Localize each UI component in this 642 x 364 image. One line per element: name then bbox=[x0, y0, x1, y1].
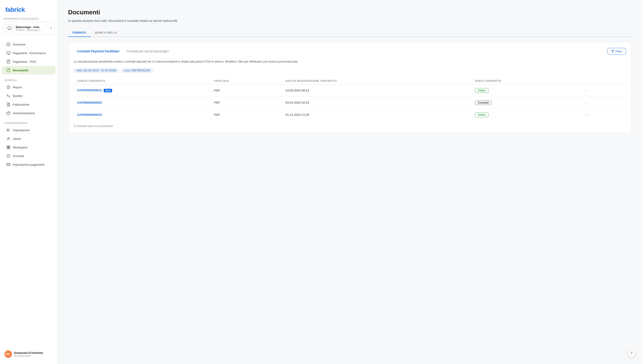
filter-tag-piva[interactable]: p.iva: 098765432100 bbox=[121, 68, 153, 73]
sidebar-item-pagamenti-ecommerce[interactable]: Pagamenti - Ecommerce bbox=[2, 49, 56, 57]
cell-codice: AXFR0000000012New bbox=[74, 84, 210, 96]
tab-fabrick[interactable]: FABRICK bbox=[68, 29, 91, 37]
col-stato: STATO CONTRATTO bbox=[472, 77, 580, 84]
svg-rect-18 bbox=[9, 148, 10, 149]
user-name: Emanuela D'Antonini bbox=[14, 351, 53, 354]
bonifici-icon bbox=[6, 94, 11, 98]
sidebar-item-overview[interactable]: Overview bbox=[2, 40, 56, 48]
svg-rect-9 bbox=[7, 112, 10, 115]
sidebar: fabrick WORKSPACE SELEZIONATO Balenciaga… bbox=[0, 0, 58, 364]
sidebar-item-amministrazione[interactable]: Amministrazione bbox=[2, 109, 56, 117]
help-button[interactable]: ? bbox=[627, 350, 635, 357]
more-actions-button[interactable]: ··· bbox=[583, 100, 590, 106]
cell-tipologia: PSP bbox=[210, 109, 282, 121]
logo-container: fabrick bbox=[0, 0, 57, 18]
contract-link[interactable]: AXFR0000000033 bbox=[77, 113, 102, 116]
svg-point-14 bbox=[8, 138, 9, 139]
sidebar-item-utenti[interactable]: Utenti bbox=[2, 134, 56, 143]
cell-codice: AXFR0000000033 bbox=[74, 109, 210, 121]
svg-point-13 bbox=[7, 130, 8, 130]
sidebar-item-label: Pagamenti - POS bbox=[13, 60, 36, 64]
sidebar-item-label: Impostazioni bbox=[13, 128, 30, 132]
workspace-icon bbox=[6, 24, 14, 32]
sidebar-item-label: Overview bbox=[13, 43, 25, 46]
cell-actions: ··· bbox=[580, 109, 626, 121]
svg-rect-17 bbox=[7, 148, 8, 149]
sidebar-item-controlli[interactable]: Controlli bbox=[2, 152, 56, 160]
status-badge: Attivo bbox=[475, 88, 489, 93]
cell-stato: Attivo bbox=[472, 84, 580, 96]
sidebar-item-workspace[interactable]: Workspace bbox=[2, 143, 56, 152]
user-role: Amministratore bbox=[14, 354, 53, 357]
sidebar-item-label: Report bbox=[13, 86, 22, 89]
col-data: DATA DI REGISTRAZIONE CONTRATTO bbox=[282, 77, 472, 84]
generali-section-label: GENERALI bbox=[0, 76, 57, 83]
filter-button[interactable]: Filtra bbox=[607, 48, 626, 55]
table-row: AXFR0000000020PSP03-01-2024 16:15Cessato… bbox=[74, 96, 626, 109]
overview-icon bbox=[6, 42, 11, 46]
description-text: La visualizzazione predefinita mostra i … bbox=[74, 59, 626, 64]
subtabs-left: Contratti Payment Facilitator Contratti … bbox=[74, 48, 172, 55]
subtabs-bar: Contratti Payment Facilitator Contratti … bbox=[74, 48, 626, 55]
sidebar-item-label: Controlli bbox=[13, 154, 24, 158]
tabs-bar: FABRICK BANCA SELLA bbox=[68, 29, 631, 37]
filter-icon bbox=[611, 50, 614, 53]
contract-link[interactable]: AXFR0000000020 bbox=[77, 101, 102, 104]
sidebar-item-label: Impostazioni pagamenti bbox=[13, 163, 45, 166]
filter-tags: data: [01-04-2023 - 01-04-2024] p.iva: 0… bbox=[74, 68, 626, 73]
cell-data: 03-01-2024 16:15 bbox=[282, 96, 472, 109]
user-info: Emanuela D'Antonini Amministratore bbox=[14, 351, 53, 357]
sidebar-item-report[interactable]: Report bbox=[2, 83, 56, 92]
documenti-icon bbox=[6, 68, 11, 72]
col-tipologia: TIPOLOGIA bbox=[210, 77, 282, 84]
filter-tag-data[interactable]: data: [01-04-2023 - 01-04-2024] bbox=[74, 68, 119, 73]
brand-logo: fabrick bbox=[5, 6, 25, 13]
subtab-contratti-servizi[interactable]: Contratti per servizi tecnologici bbox=[123, 48, 172, 55]
nav-main: Overview Pagamenti - Ecommerce Pagamenti… bbox=[0, 40, 57, 75]
table-row: AXFR0000000033PSP01-11-2023 11:35Attivo·… bbox=[74, 109, 626, 121]
badge-new: New bbox=[104, 89, 112, 92]
workspace-section-label: WORKSPACE SELEZIONATO bbox=[0, 18, 57, 22]
sidebar-item-impostazioni[interactable]: Impostazioni bbox=[2, 126, 56, 134]
content-card: Contratti Payment Facilitator Contratti … bbox=[68, 42, 631, 133]
cell-stato: Attivo bbox=[472, 109, 580, 121]
fatturazione-icon bbox=[6, 102, 11, 107]
sidebar-item-bonifici[interactable]: Bonifici bbox=[2, 92, 56, 100]
pos-icon bbox=[6, 60, 11, 64]
sidebar-item-label: Bonifici bbox=[13, 94, 23, 98]
sidebar-item-label: Amministrazione bbox=[13, 112, 35, 115]
cell-stato: Cessato bbox=[472, 96, 580, 109]
sidebar-item-label: Workspace bbox=[13, 146, 28, 149]
table-footer: 3 contratti nella tua Dashboard bbox=[74, 121, 626, 128]
more-actions-button[interactable]: ··· bbox=[583, 88, 590, 94]
svg-rect-3 bbox=[7, 60, 10, 64]
main-content: Documenti In questa sezione trovi tutti … bbox=[58, 0, 642, 364]
avatar-initials: ED bbox=[6, 352, 10, 356]
page-subtitle: In questa sezione trovi tutti i document… bbox=[68, 19, 631, 22]
sidebar-item-label: Pagamenti - Ecommerce bbox=[13, 52, 46, 55]
ecommerce-icon bbox=[6, 51, 11, 55]
contract-link[interactable]: AXFR0000000012 bbox=[77, 88, 102, 92]
utenti-icon bbox=[6, 136, 11, 141]
workspace-id: P00002 - balenciaga.c... bbox=[16, 29, 48, 31]
sidebar-item-label: Documenti bbox=[13, 69, 28, 72]
chevron-down-icon: ▾ bbox=[50, 27, 52, 30]
sidebar-item-impostazioni-pagamenti[interactable]: Impostazioni pagamenti bbox=[2, 160, 56, 169]
sidebar-item-documenti[interactable]: Documenti bbox=[2, 66, 56, 74]
impostazioni-icon bbox=[6, 128, 11, 132]
page-title: Documenti bbox=[68, 9, 631, 16]
workspace-nav-icon bbox=[6, 145, 11, 150]
sidebar-item-pagamenti-pos[interactable]: Pagamenti - POS bbox=[2, 58, 56, 66]
nav-configurazione: CONFIGURAZIONE Impostazioni Utenti Works… bbox=[0, 118, 57, 169]
col-codice: CODICE CONTRATTO bbox=[74, 77, 210, 84]
tab-banca-sella[interactable]: BANCA SELLA bbox=[91, 29, 122, 37]
more-actions-button[interactable]: ··· bbox=[583, 112, 590, 118]
nav-generali: GENERALI Report Bonifici Fatturazione Am… bbox=[0, 76, 57, 118]
col-actions bbox=[580, 77, 626, 84]
workspace-selector[interactable]: Balenciaga - Asia P00002 - balenciaga.c.… bbox=[3, 22, 55, 35]
cell-actions: ··· bbox=[580, 84, 626, 96]
sidebar-item-fatturazione[interactable]: Fatturazione bbox=[2, 100, 56, 109]
cell-tipologia: PSP bbox=[210, 84, 282, 96]
subtab-contratti-pf[interactable]: Contratti Payment Facilitator bbox=[74, 48, 123, 55]
contracts-table: CODICE CONTRATTO TIPOLOGIA DATA DI REGIS… bbox=[74, 77, 626, 121]
